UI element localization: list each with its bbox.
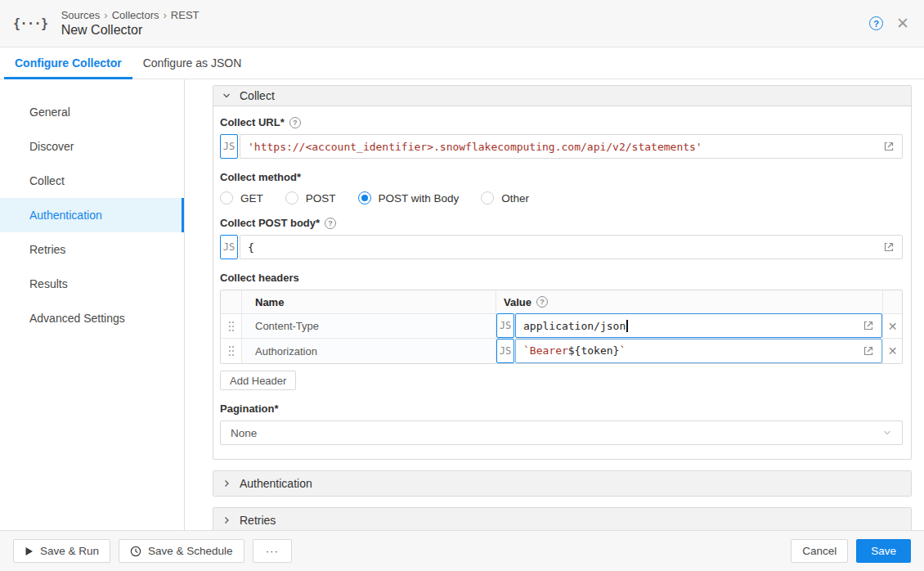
collect-headers-label: Collect headers [220,272,299,284]
footer-bar: Save & Run Save & Schedule ··· Cancel Sa… [0,530,924,571]
chevron-right-icon [222,516,231,524]
expand-editor-icon[interactable] [856,320,874,331]
header-value-input[interactable]: JS `Bearer ${token}` [496,339,882,363]
expand-editor-icon[interactable] [877,141,895,152]
sidebar-item-collect[interactable]: Collect [0,164,184,198]
sidebar-item-discover[interactable]: Discover [0,129,184,164]
question-circle-icon[interactable]: ? [289,117,301,128]
clock-icon [130,546,141,557]
header-value-input[interactable]: JS application/json [496,313,882,338]
js-badge: JS [496,339,514,363]
radio-icon [285,191,298,205]
tab-configure-as-json[interactable]: Configure as JSON [132,47,253,79]
form-scroll-area: Collect Collect URL* ? JS 'https://<acco… [185,79,924,530]
more-actions-button[interactable]: ··· [253,539,293,563]
section-title: Collect [240,89,275,102]
expand-editor-icon[interactable] [877,241,895,253]
section-collect-header[interactable]: Collect [213,86,911,106]
radio-post-with-body[interactable]: POST with Body [358,191,460,205]
table-row: Content-Type JS application/json [221,314,902,339]
remove-row-icon[interactable]: ✕ [882,314,902,338]
add-header-button[interactable]: Add Header [220,371,296,390]
js-badge: JS [220,134,238,159]
drag-handle-icon[interactable] [221,314,242,338]
radio-other[interactable]: Other [481,191,529,205]
section-collect: Collect Collect URL* ? JS 'https://<acco… [213,85,912,460]
question-circle-icon[interactable]: ? [325,218,336,229]
collect-method-label: Collect method* [220,171,301,183]
section-retries-header[interactable]: Retries [213,508,911,530]
page-title: New Collector [61,23,200,38]
cancel-button[interactable]: Cancel [791,539,848,563]
table-header-row: Name Value ? [221,290,902,314]
breadcrumb-rest[interactable]: REST [171,9,200,21]
question-circle-icon[interactable]: ? [536,296,548,308]
breadcrumb-separator: › [164,9,167,21]
save-and-run-button[interactable]: Save & Run [13,539,110,563]
sidebar-item-advanced-settings[interactable]: Advanced Settings [0,301,184,335]
collect-post-body-input[interactable]: JS { [220,235,903,259]
header-value-text: application/json [523,320,626,332]
help-icon[interactable]: ? [869,16,883,30]
pagination-select[interactable]: None [220,420,903,445]
tab-bar: Configure Collector Configure as JSON [0,47,924,79]
column-header-value: Value [504,296,532,308]
sidebar-item-authentication[interactable]: Authentication [0,198,184,232]
expand-editor-icon[interactable] [856,345,874,357]
radio-icon [481,191,494,205]
settings-sidebar: General Discover Collect Authentication … [0,79,185,530]
collect-headers-table: Name Value ? Content-Type [220,290,903,364]
play-icon [25,546,34,556]
header-name-input[interactable]: Authorization [242,339,496,363]
radio-get[interactable]: GET [220,191,263,205]
radio-post[interactable]: POST [285,191,336,205]
table-row: Authorization JS `Bearer ${token}` [221,339,902,363]
section-title: Retries [240,514,276,527]
save-and-schedule-button[interactable]: Save & Schedule [119,539,244,563]
collect-post-body-label: Collect POST body* [220,217,320,229]
breadcrumb-sources[interactable]: Sources [61,9,101,21]
pagination-label: Pagination* [220,402,279,415]
text-cursor [626,320,628,332]
section-authentication-header[interactable]: Authentication [213,471,911,496]
collect-post-body-value: { [248,241,254,254]
js-badge: JS [496,313,514,338]
chevron-right-icon [222,479,231,488]
collect-method-radio-group: GET POST POST with Body Other [220,191,903,205]
header-name-input[interactable]: Content-Type [242,314,496,338]
column-header-name: Name [242,290,496,313]
remove-row-icon[interactable]: ✕ [882,339,902,363]
breadcrumb: Sources›Collectors›REST [61,9,200,21]
drag-handle-icon[interactable] [221,339,242,363]
section-authentication: Authentication [213,470,912,497]
new-collector-window: {···} Sources›Collectors›REST New Collec… [0,0,924,571]
section-title: Authentication [240,477,312,490]
breadcrumb-separator: › [104,9,107,21]
save-button[interactable]: Save [856,539,911,563]
pagination-selected-value: None [231,427,257,439]
breadcrumb-collectors[interactable]: Collectors [112,9,159,21]
braces-logo-icon: {···} [13,16,48,31]
sidebar-item-results[interactable]: Results [0,267,184,301]
chevron-down-icon [222,92,231,100]
tab-configure-collector[interactable]: Configure Collector [4,47,132,79]
js-badge: JS [220,235,238,259]
chevron-down-icon [882,428,892,438]
close-icon[interactable]: ✕ [896,16,909,31]
section-retries: Retries [213,507,912,530]
collect-url-value: 'https://<account_identifier>.snowflakec… [248,141,702,153]
sidebar-item-general[interactable]: General [0,95,184,129]
collect-url-input[interactable]: JS 'https://<account_identifier>.snowfla… [220,134,903,159]
collect-url-label: Collect URL* [220,116,285,128]
window-header: {···} Sources›Collectors›REST New Collec… [0,0,924,47]
sidebar-item-retries[interactable]: Retries [0,232,184,267]
radio-icon [220,191,233,205]
radio-icon-checked [358,191,371,205]
